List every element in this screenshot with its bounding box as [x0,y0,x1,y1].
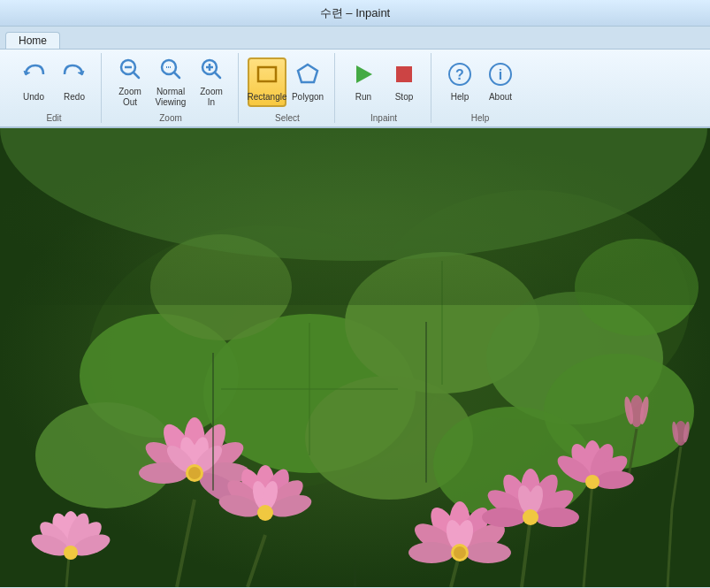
svg-point-21 [203,314,416,473]
svg-point-56 [188,467,201,479]
svg-point-65 [259,479,280,512]
svg-point-47 [141,436,194,479]
svg-point-90 [484,485,531,523]
svg-point-50 [195,467,248,510]
svg-line-36 [451,553,460,587]
normal-viewing-label: NormalViewing [156,87,187,108]
svg-point-59 [259,465,294,512]
redo-icon [62,62,87,90]
svg-point-46 [195,436,248,479]
svg-point-54 [163,441,199,477]
svg-point-49 [139,462,188,484]
zoom-out-icon [118,57,142,85]
help-label: Help [451,92,470,103]
rectangle-button[interactable]: Rectangle [248,57,286,107]
about-label: About [489,92,512,103]
svg-point-84 [451,544,469,561]
svg-point-94 [524,484,546,516]
svg-line-4 [174,73,179,78]
zoom-in-icon [199,57,224,85]
redo-label: Redo [64,92,85,103]
svg-line-39 [66,535,71,587]
normal-viewing-button[interactable]: NormalViewing [151,53,190,111]
canvas-image[interactable] [0,128,710,587]
svg-point-110 [0,128,707,261]
help-button[interactable]: ? Help [440,57,479,107]
polygon-button[interactable]: Polygon [288,57,327,107]
svg-rect-109 [0,128,710,305]
svg-point-85 [454,546,466,559]
stop-icon [392,62,416,90]
svg-point-75 [425,503,467,554]
svg-rect-10 [258,67,276,81]
svg-point-78 [459,518,509,560]
inpaint-group-label: Inpaint [370,113,397,123]
svg-point-77 [454,503,495,554]
svg-marker-11 [298,65,317,82]
run-button[interactable]: Run [344,57,383,107]
svg-point-72 [70,531,112,561]
svg-point-100 [553,451,596,488]
zoom-group-label: Zoom [159,113,182,123]
svg-point-26 [544,354,694,469]
svg-point-69 [64,510,94,553]
svg-point-79 [410,518,461,560]
svg-point-76 [449,501,470,547]
svg-point-80 [465,542,511,563]
undo-button[interactable]: Undo [14,57,53,107]
svg-point-108 [683,421,691,443]
svg-point-24 [486,292,663,424]
svg-point-58 [256,465,275,508]
undo-icon [21,62,46,90]
svg-line-2 [134,73,139,78]
svg-line-9 [215,73,220,78]
svg-point-43 [157,419,201,472]
stop-label: Stop [395,92,414,103]
polygon-icon [295,62,320,90]
zoom-in-button[interactable]: ZoomIn [192,53,231,111]
edit-group-label: Edit [46,113,61,123]
svg-point-95 [523,509,538,525]
svg-point-97 [584,440,601,479]
svg-point-70 [66,517,106,557]
title-bar: 수련 – Inpaint [0,0,710,27]
tab-strip: Home [0,27,710,50]
ribbon-group-edit: Undo Redo Edit [7,53,102,123]
svg-point-73 [28,531,71,561]
svg-point-67 [49,510,79,553]
about-button[interactable]: i About [481,57,520,107]
svg-line-34 [177,500,195,587]
svg-point-27 [35,402,177,508]
svg-point-81 [408,542,454,563]
rectangle-label: Rectangle [247,92,286,103]
normal-viewing-icon [158,57,183,85]
redo-button[interactable]: Redo [55,57,94,107]
stop-button[interactable]: Stop [385,57,424,107]
svg-point-74 [64,546,78,560]
run-label: Run [355,92,371,103]
svg-marker-12 [356,65,372,83]
help-group-label: Help [471,113,490,123]
svg-point-66 [257,505,273,521]
svg-line-41 [628,429,637,482]
svg-point-101 [594,470,635,491]
svg-point-61 [223,475,268,517]
ribbon-group-select: Rectangle Polygon Select [240,53,335,123]
zoom-out-label: ZoomOut [118,87,141,108]
tab-home[interactable]: Home [5,32,60,49]
zoom-out-button[interactable]: ZoomOut [111,53,149,111]
svg-point-102 [585,475,599,489]
ribbon-group-inpaint: Run Stop Inpaint [337,53,431,123]
svg-text:?: ? [455,67,464,82]
svg-point-52 [187,435,212,473]
svg-point-91 [535,508,579,527]
svg-rect-13 [396,66,412,82]
svg-point-68 [62,511,80,550]
svg-point-22 [345,252,539,393]
svg-point-25 [305,376,473,500]
run-icon [351,62,376,90]
svg-point-92 [482,508,526,527]
svg-point-83 [453,518,477,553]
ribbon-group-zoom: ZoomOut NormalViewing [103,53,239,123]
svg-point-28 [433,407,592,522]
